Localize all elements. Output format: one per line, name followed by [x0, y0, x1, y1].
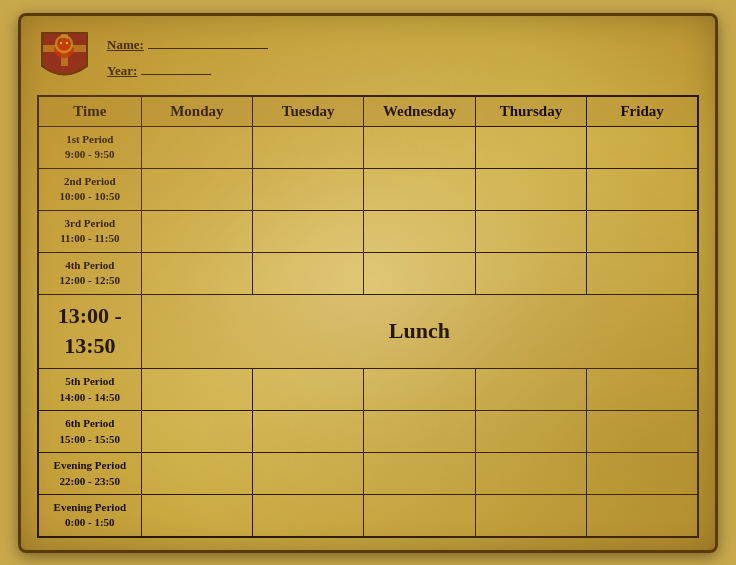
table-row: 3rd Period11:00 - 11:50: [38, 210, 698, 252]
wednesday-cell-4th[interactable]: [364, 252, 475, 294]
time-cell-evening2: Evening Period0:00 - 1:50: [38, 495, 141, 537]
col-header-monday: Monday: [141, 96, 252, 127]
table-header-row: Time Monday Tuesday Wednesday Thursday F…: [38, 96, 698, 127]
thursday-cell-evening2[interactable]: [475, 495, 586, 537]
col-header-tuesday: Tuesday: [253, 96, 364, 127]
thursday-cell-1st[interactable]: [475, 126, 586, 168]
tuesday-cell-6th[interactable]: [253, 411, 364, 453]
friday-cell-evening1[interactable]: [587, 453, 698, 495]
thursday-cell-5th[interactable]: [475, 369, 586, 411]
monday-cell-2nd[interactable]: [141, 168, 252, 210]
time-cell-2nd: 2nd Period10:00 - 10:50: [38, 168, 141, 210]
table-row: 1st Period9:00 - 9:50: [38, 126, 698, 168]
thursday-cell-evening1[interactable]: [475, 453, 586, 495]
time-cell-4th: 4th Period12:00 - 12:50: [38, 252, 141, 294]
time-cell-lunch: 13:00 - 13:50: [38, 294, 141, 369]
tuesday-cell-evening1[interactable]: [253, 453, 364, 495]
table-row: Evening Period22:00 - 23:50: [38, 453, 698, 495]
table-row: 2nd Period10:00 - 10:50: [38, 168, 698, 210]
col-header-wednesday: Wednesday: [364, 96, 475, 127]
tuesday-cell-3rd[interactable]: [253, 210, 364, 252]
table-row: 4th Period12:00 - 12:50: [38, 252, 698, 294]
thursday-cell-2nd[interactable]: [475, 168, 586, 210]
wednesday-cell-evening1[interactable]: [364, 453, 475, 495]
monday-cell-evening2[interactable]: [141, 495, 252, 537]
friday-cell-4th[interactable]: [587, 252, 698, 294]
name-input-line[interactable]: [148, 33, 268, 49]
time-cell-3rd: 3rd Period11:00 - 11:50: [38, 210, 141, 252]
friday-cell-1st[interactable]: [587, 126, 698, 168]
monday-cell-6th[interactable]: [141, 411, 252, 453]
tuesday-cell-5th[interactable]: [253, 369, 364, 411]
svg-point-5: [60, 41, 62, 43]
monday-cell-1st[interactable]: [141, 126, 252, 168]
tuesday-cell-4th[interactable]: [253, 252, 364, 294]
lunch-row: 13:00 - 13:50 Lunch: [38, 294, 698, 369]
parchment-background: Name: Year: Time Monday Tuesday Wednesda…: [18, 13, 718, 553]
name-year-section: Name: Year:: [107, 28, 268, 85]
monday-cell-5th[interactable]: [141, 369, 252, 411]
friday-cell-evening2[interactable]: [587, 495, 698, 537]
time-cell-evening1: Evening Period22:00 - 23:50: [38, 453, 141, 495]
thursday-cell-4th[interactable]: [475, 252, 586, 294]
thursday-cell-3rd[interactable]: [475, 210, 586, 252]
monday-cell-3rd[interactable]: [141, 210, 252, 252]
name-label: Name:: [107, 37, 144, 53]
wednesday-cell-6th[interactable]: [364, 411, 475, 453]
table-row: 5th Period14:00 - 14:50: [38, 369, 698, 411]
wednesday-cell-1st[interactable]: [364, 126, 475, 168]
monday-cell-4th[interactable]: [141, 252, 252, 294]
year-label: Year:: [107, 63, 137, 79]
monday-cell-evening1[interactable]: [141, 453, 252, 495]
tuesday-cell-1st[interactable]: [253, 126, 364, 168]
col-header-thursday: Thursday: [475, 96, 586, 127]
col-header-time: Time: [38, 96, 141, 127]
year-field-row: Year:: [107, 59, 268, 79]
lunch-label: Lunch: [141, 294, 698, 369]
friday-cell-3rd[interactable]: [587, 210, 698, 252]
wednesday-cell-2nd[interactable]: [364, 168, 475, 210]
wednesday-cell-evening2[interactable]: [364, 495, 475, 537]
tuesday-cell-2nd[interactable]: [253, 168, 364, 210]
time-cell-1st: 1st Period9:00 - 9:50: [38, 126, 141, 168]
wednesday-cell-5th[interactable]: [364, 369, 475, 411]
col-header-friday: Friday: [587, 96, 698, 127]
wednesday-cell-3rd[interactable]: [364, 210, 475, 252]
time-cell-6th: 6th Period15:00 - 15:50: [38, 411, 141, 453]
schedule-table: Time Monday Tuesday Wednesday Thursday F…: [37, 95, 699, 538]
table-row: Evening Period0:00 - 1:50: [38, 495, 698, 537]
thursday-cell-6th[interactable]: [475, 411, 586, 453]
time-cell-5th: 5th Period14:00 - 14:50: [38, 369, 141, 411]
header-section: Name: Year:: [37, 28, 699, 85]
friday-cell-2nd[interactable]: [587, 168, 698, 210]
name-field-row: Name:: [107, 33, 268, 53]
friday-cell-6th[interactable]: [587, 411, 698, 453]
tuesday-cell-evening2[interactable]: [253, 495, 364, 537]
table-row: 6th Period15:00 - 15:50: [38, 411, 698, 453]
school-crest: [37, 28, 92, 83]
svg-point-6: [66, 41, 68, 43]
friday-cell-5th[interactable]: [587, 369, 698, 411]
svg-point-3: [58, 38, 70, 50]
year-input-line[interactable]: [141, 59, 211, 75]
